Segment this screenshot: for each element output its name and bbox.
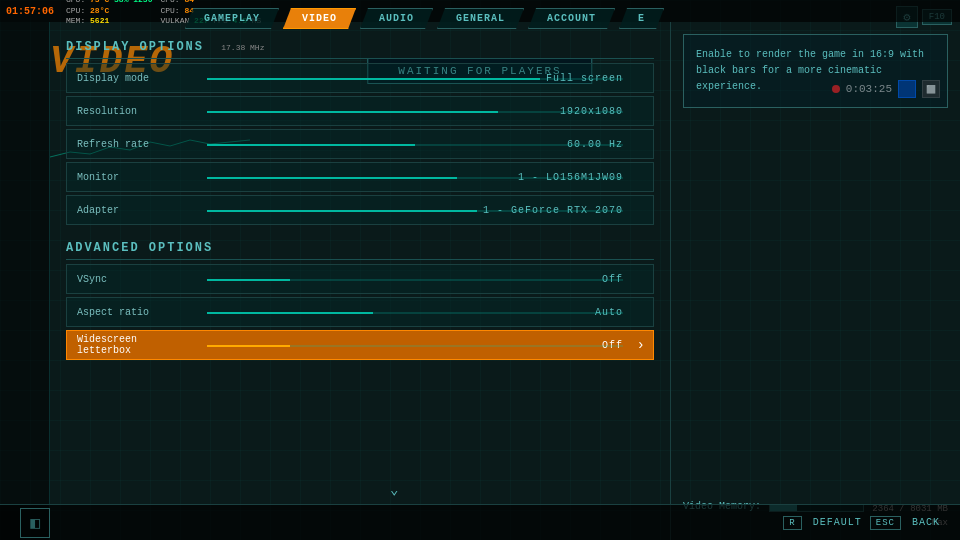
gpu-stats: GPU: 73°C 38% 1230 CPU: 28°C MEM: 5621 — [66, 0, 152, 27]
monitor-bar-fill — [207, 177, 457, 179]
refresh-rate-label: Refresh rate — [67, 139, 207, 150]
widescreen-letterbox-bar — [207, 345, 623, 347]
back-key: ESC — [870, 516, 901, 530]
back-button[interactable]: ESC BACK — [870, 517, 940, 528]
tab-gameplay[interactable]: GAMEPLAY — [185, 8, 279, 29]
tab-account[interactable]: ACCOUNT — [528, 8, 615, 29]
tab-general[interactable]: GENERAL — [437, 8, 524, 29]
nav-tabs: GAMEPLAY VIDEO AUDIO GENERAL ACCOUNT E — [185, 8, 664, 29]
advanced-options-header: ADVANCED OPTIONS — [66, 235, 654, 260]
display-mode-value-area: Full screen — [207, 73, 653, 84]
mem-label: MEM: 5621 — [66, 16, 152, 26]
resolution-bar — [207, 111, 623, 113]
refresh-rate-value-area: 60.00 Hz — [207, 139, 653, 150]
vsync-option[interactable]: VSync Off — [66, 264, 654, 294]
monitor-option[interactable]: Monitor 1 - LO156M1JW09 — [66, 162, 654, 192]
refresh-rate-option[interactable]: Refresh rate 60.00 Hz — [66, 129, 654, 159]
monitor-label: Monitor — [67, 172, 207, 183]
main-content: DISPLAY OPTIONS 17.38 MHz Display mode F… — [50, 22, 960, 540]
bottom-logo: ◧ — [20, 508, 50, 538]
resolution-value-area: 1920x1080 — [207, 106, 653, 117]
adapter-label: Adapter — [67, 205, 207, 216]
monitor-bar — [207, 177, 623, 179]
widescreen-letterbox-value-area: Off › — [207, 340, 653, 351]
vsync-value-area: Off — [207, 274, 653, 285]
default-key: R — [783, 516, 801, 530]
tab-video[interactable]: VIDEO — [283, 8, 356, 29]
default-button[interactable]: R DEFAULT — [783, 517, 861, 528]
right-panel: Enable to render the game in 16:9 with b… — [670, 22, 960, 540]
cpu-label: CPU: 28°C — [66, 6, 152, 16]
tab-audio[interactable]: AUDIO — [360, 8, 433, 29]
aspect-ratio-bar — [207, 312, 623, 314]
resolution-label: Resolution — [67, 106, 207, 117]
display-mode-bar — [207, 78, 623, 80]
info-text: Enable to render the game in 16:9 with b… — [696, 49, 924, 92]
scroll-down-indicator: ⌄ — [390, 481, 398, 498]
display-mode-label: Display mode — [67, 73, 207, 84]
aspect-ratio-option[interactable]: Aspect ratio Auto — [66, 297, 654, 327]
display-options-header: DISPLAY OPTIONS 17.38 MHz — [66, 34, 654, 59]
widescreen-letterbox-bar-fill — [207, 345, 290, 347]
default-label: DEFAULT — [813, 517, 862, 528]
vsync-label: VSync — [67, 274, 207, 285]
adapter-value-area: 1 - GeForce RTX 2070 — [207, 205, 653, 216]
tab-e[interactable]: E — [619, 8, 664, 29]
adapter-option[interactable]: Adapter 1 - GeForce RTX 2070 — [66, 195, 654, 225]
widescreen-letterbox-option[interactable]: Widescreen letterbox Off › — [66, 330, 654, 360]
adapter-bar — [207, 210, 623, 212]
widescreen-letterbox-arrow: › — [637, 337, 645, 353]
bottom-bar: ◧ R DEFAULT ESC BACK — [0, 504, 960, 540]
game-timer: 01:57:06 — [6, 6, 54, 17]
refresh-rate-bar — [207, 144, 623, 146]
info-box: Enable to render the game in 16:9 with b… — [683, 34, 948, 108]
bottom-actions: R DEFAULT ESC BACK — [783, 517, 940, 528]
resolution-bar-fill — [207, 111, 498, 113]
vsync-bar-fill — [207, 279, 290, 281]
left-perf-panel — [0, 22, 50, 540]
aspect-ratio-bar-fill — [207, 312, 373, 314]
monitor-value-area: 1 - LO156M1JW09 — [207, 172, 653, 183]
vsync-bar — [207, 279, 623, 281]
resolution-option[interactable]: Resolution 1920x1080 — [66, 96, 654, 126]
display-mode-option[interactable]: Display mode Full screen — [66, 63, 654, 93]
display-mode-bar-fill — [207, 78, 540, 80]
refresh-rate-bar-fill — [207, 144, 415, 146]
aspect-ratio-value-area: Auto — [207, 307, 653, 318]
back-label: BACK — [912, 517, 940, 528]
widescreen-letterbox-label: Widescreen letterbox — [67, 334, 207, 356]
aspect-ratio-label: Aspect ratio — [67, 307, 207, 318]
adapter-bar-fill — [207, 210, 477, 212]
settings-panel: DISPLAY OPTIONS 17.38 MHz Display mode F… — [50, 22, 670, 540]
